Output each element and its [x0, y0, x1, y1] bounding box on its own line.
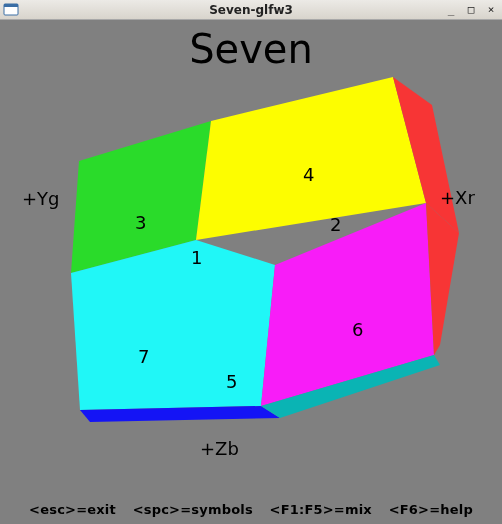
hint-esc: <esc>=exit	[29, 502, 116, 517]
hint-f1f5: <F1:F5>=mix	[270, 502, 372, 517]
gl-canvas[interactable]: Seven +Yg +Xr +Zb 1 2 3 4 5 6 7 <esc>=ex…	[0, 20, 502, 523]
close-button[interactable]: ×	[484, 3, 498, 17]
app-icon	[3, 2, 19, 18]
titlebar: Seven-glfw3 _ □ ×	[0, 0, 502, 20]
yellow-face	[196, 77, 426, 240]
maximize-button[interactable]: □	[464, 3, 478, 17]
cyan-face	[71, 240, 275, 410]
cube-render	[0, 20, 502, 523]
key-hints: <esc>=exit <spc>=symbols <F1:F5>=mix <F6…	[0, 502, 502, 517]
window-title: Seven-glfw3	[209, 3, 293, 17]
minimize-button[interactable]: _	[444, 3, 458, 17]
hint-f6: <F6>=help	[389, 502, 473, 517]
hint-spc: <spc>=symbols	[133, 502, 253, 517]
window-controls: _ □ ×	[444, 3, 498, 17]
svg-rect-1	[4, 4, 18, 7]
